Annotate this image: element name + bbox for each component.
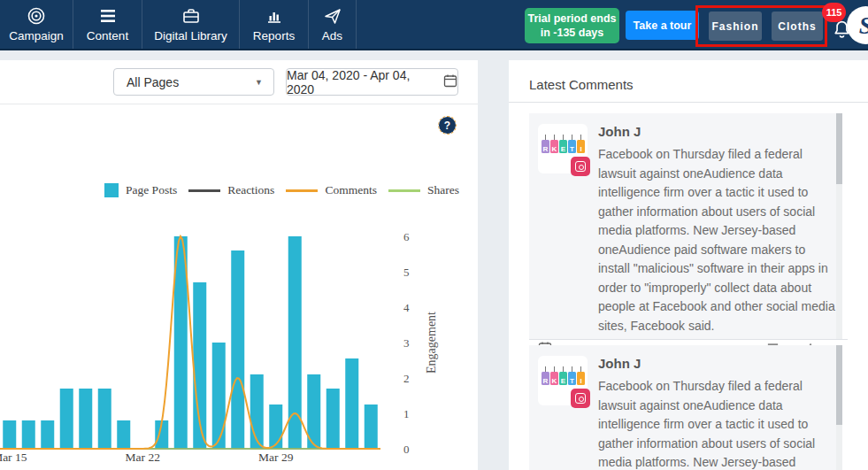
date-range-value: Mar 04, 2020 - Apr 04, 2020 bbox=[287, 68, 437, 96]
workspace-fashion-button[interactable]: Fashion bbox=[709, 12, 762, 41]
instagram-badge-icon bbox=[571, 157, 590, 176]
list-icon bbox=[98, 6, 118, 26]
latest-comments-panel: Latest Comments R K E T I John J Faceboo… bbox=[509, 60, 868, 470]
top-navigation: Campaign Content Digital Library Reports… bbox=[0, 0, 868, 50]
take-a-tour-button[interactable]: Take a tour bbox=[626, 11, 699, 40]
legend-label: Shares bbox=[427, 183, 459, 197]
comment-text: Facebook on Thursday filed a federal law… bbox=[598, 377, 839, 470]
trial-line2: in -135 days bbox=[541, 27, 604, 39]
avatar-tag: I bbox=[577, 140, 585, 153]
engagement-report-card: All Pages ▼ Mar 04, 2020 - Apr 04, 2020 … bbox=[0, 60, 478, 470]
nav-item-label: Digital Library bbox=[154, 29, 227, 42]
chart-legend: Page Posts Reactions Comments Shares bbox=[104, 183, 459, 197]
legend-item-comments[interactable]: Comments bbox=[286, 183, 377, 197]
instagram-badge-icon bbox=[571, 389, 590, 408]
engagement-chart: 0123456EngagementMar 15Mar 22Mar 29 bbox=[0, 226, 478, 470]
pages-dropdown[interactable]: All Pages ▼ bbox=[113, 68, 274, 96]
divider bbox=[509, 102, 868, 103]
svg-text:3: 3 bbox=[403, 336, 410, 350]
nav-item-reports[interactable]: Reports bbox=[240, 0, 309, 49]
svg-text:6: 6 bbox=[403, 230, 410, 243]
avatar-tag: K bbox=[550, 372, 558, 385]
nav-item-digital-library[interactable]: Digital Library bbox=[142, 0, 240, 49]
nav-item-content[interactable]: Content bbox=[73, 0, 142, 49]
nav-item-label: Reports bbox=[253, 29, 295, 42]
legend-label: Page Posts bbox=[126, 183, 177, 197]
page-posts-swatch bbox=[104, 183, 119, 197]
nav-item-ads[interactable]: Ads bbox=[309, 0, 357, 49]
comment-card: R K E T I John J Facebook on Thursday fi… bbox=[529, 345, 842, 470]
divider bbox=[529, 339, 848, 340]
legend-item-page-posts[interactable]: Page Posts bbox=[104, 183, 177, 197]
svg-text:Engagement: Engagement bbox=[425, 312, 438, 374]
bar-chart-icon bbox=[265, 6, 284, 26]
avatar-tag: K bbox=[550, 140, 558, 153]
nav-item-campaign[interactable]: Campaign bbox=[0, 0, 73, 49]
avatar-tag: T bbox=[568, 140, 576, 153]
svg-text:Mar 29: Mar 29 bbox=[258, 451, 294, 464]
workspace-cloths-button[interactable]: Cloths bbox=[772, 12, 823, 41]
avatar-tag: E bbox=[559, 140, 567, 153]
panel-title: Latest Comments bbox=[529, 77, 634, 92]
comments-scrollbar[interactable] bbox=[836, 113, 842, 339]
svg-text:Mar 22: Mar 22 bbox=[126, 451, 160, 464]
campaign-icon bbox=[27, 6, 46, 26]
comments-line-swatch bbox=[286, 189, 318, 192]
commenter-avatar: R K E T I bbox=[538, 356, 588, 405]
avatar-tag: R bbox=[542, 140, 549, 153]
avatar-tag: E bbox=[559, 372, 567, 385]
trial-period-button[interactable]: Trial period ends in -135 days bbox=[525, 8, 619, 43]
legend-label: Comments bbox=[325, 183, 377, 197]
trial-line1: Trial period ends bbox=[527, 12, 616, 25]
divider bbox=[0, 104, 478, 104]
svg-text:1: 1 bbox=[403, 407, 410, 420]
commenter-name: John J bbox=[598, 124, 839, 139]
avatar-tag: I bbox=[577, 372, 585, 385]
pages-dropdown-value: All Pages bbox=[127, 75, 179, 89]
avatar-tag: T bbox=[568, 372, 576, 385]
help-icon[interactable]: ? bbox=[439, 117, 456, 134]
commenter-name: John J bbox=[598, 356, 839, 371]
svg-text:Mar 15: Mar 15 bbox=[0, 451, 27, 464]
commenter-avatar: R K E T I bbox=[538, 124, 588, 173]
briefcase-icon bbox=[181, 6, 201, 26]
chevron-down-icon: ▼ bbox=[255, 78, 263, 87]
legend-item-reactions[interactable]: Reactions bbox=[188, 183, 274, 197]
reactions-line-swatch bbox=[188, 189, 220, 192]
date-range-input[interactable]: Mar 04, 2020 - Apr 04, 2020 bbox=[286, 68, 458, 96]
comment-text: Facebook on Thursday filed a federal law… bbox=[598, 145, 839, 335]
svg-text:2: 2 bbox=[403, 372, 410, 385]
comments-scrollbar[interactable] bbox=[836, 345, 842, 470]
comment-card: R K E T I John J Facebook on Thursday fi… bbox=[529, 113, 842, 339]
svg-text:5: 5 bbox=[403, 266, 410, 279]
nav-item-label: Content bbox=[87, 29, 128, 42]
svg-text:4: 4 bbox=[403, 301, 410, 314]
notification-count-badge: 115 bbox=[822, 3, 846, 22]
legend-label: Reactions bbox=[227, 183, 274, 197]
svg-text:0: 0 bbox=[403, 443, 410, 456]
paper-plane-icon bbox=[323, 6, 342, 26]
calendar-icon bbox=[443, 73, 457, 90]
avatar-tag: R bbox=[542, 372, 549, 385]
nav-item-label: Campaign bbox=[9, 29, 64, 42]
legend-item-shares[interactable]: Shares bbox=[388, 183, 459, 197]
nav-item-label: Ads bbox=[322, 29, 342, 42]
shares-line-swatch bbox=[388, 189, 420, 192]
